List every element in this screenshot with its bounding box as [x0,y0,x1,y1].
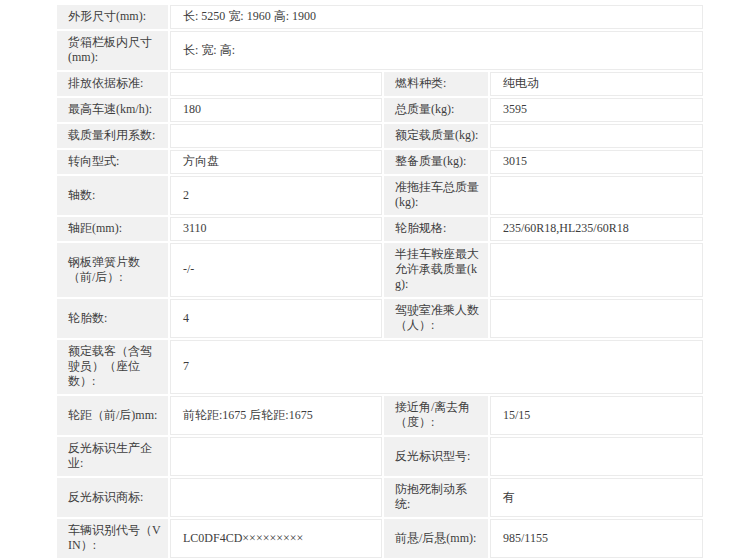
spec-value-cell: 7 [170,340,703,394]
spec-row: 反光标识商标:防抱死制动系统:有 [57,478,703,517]
spec-row: 排放依据标准:燃料种类:纯电动 [57,72,703,96]
spec-value-cell: 235/60R18,HL235/60R18 [490,217,703,241]
spec-value-cell: 985/1155 [490,519,703,558]
spec-label-cell: 货箱栏板内尺寸(mm): [57,31,168,70]
spec-value-cell [490,299,703,338]
spec-label-cell: 反光标识生产企业: [57,437,168,476]
spec-label-cell: 载质量利用系数: [57,124,168,148]
spec-label-cell: 车辆识别代号（VIN）: [57,519,168,558]
spec-label-cell: 最高车速(km/h): [57,98,168,122]
spec-label-cell: 接近角/离去角（度）: [384,396,488,435]
spec-label-cell: 排放依据标准: [57,72,168,96]
spec-label-cell: 轮胎数: [57,299,168,338]
spec-row: 轴数:2准拖挂车总质量(kg): [57,176,703,215]
spec-row: 轮距（前/后)mm:前轮距:1675 后轮距:1675接近角/离去角（度）:15… [57,396,703,435]
spec-label-cell: 外形尺寸(mm): [57,5,168,29]
spec-value-cell: 方向盘 [170,150,382,174]
spec-value-cell: 4 [170,299,382,338]
spec-label-cell: 轮距（前/后)mm: [57,396,168,435]
spec-value-cell [170,124,382,148]
spec-label-cell: 前悬/后悬(mm): [384,519,488,558]
spec-row: 载质量利用系数:额定载质量(kg): [57,124,703,148]
spec-row: 最高车速(km/h):180总质量(kg):3595 [57,98,703,122]
spec-label-cell: 半挂车鞍座最大允许承载质量(kg): [384,243,488,297]
spec-value-cell [490,124,703,148]
spec-value-cell: LC0DF4CD××××××××× [170,519,382,558]
spec-row: 反光标识生产企业:反光标识型号: [57,437,703,476]
spec-label-cell: 防抱死制动系统: [384,478,488,517]
spec-label-cell: 钢板弹簧片数（前/后）: [57,243,168,297]
spec-value-cell [170,72,382,96]
spec-label-cell: 额定载客（含驾驶员）（座位数）: [57,340,168,394]
spec-value-cell: 纯电动 [490,72,703,96]
spec-value-cell [170,478,382,517]
vehicle-spec-table: 外形尺寸(mm):长: 5250 宽: 1960 高: 1900货箱栏板内尺寸(… [55,3,705,560]
spec-label-cell: 总质量(kg): [384,98,488,122]
spec-value-cell [490,437,703,476]
spec-label-cell: 轮胎规格: [384,217,488,241]
spec-table-wrap: 外形尺寸(mm):长: 5250 宽: 1960 高: 1900货箱栏板内尺寸(… [0,0,750,560]
spec-value-cell: -/- [170,243,382,297]
spec-row: 额定载客（含驾驶员）（座位数）:7 [57,340,703,394]
spec-label-cell: 驾驶室准乘人数（人）: [384,299,488,338]
spec-value-cell [490,243,703,297]
spec-label-cell: 整备质量(kg): [384,150,488,174]
spec-table-body: 外形尺寸(mm):长: 5250 宽: 1960 高: 1900货箱栏板内尺寸(… [57,5,703,560]
spec-value-cell: 前轮距:1675 后轮距:1675 [170,396,382,435]
spec-row: 轮胎数:4驾驶室准乘人数（人）: [57,299,703,338]
spec-row: 钢板弹簧片数（前/后）:-/-半挂车鞍座最大允许承载质量(kg): [57,243,703,297]
vehicle-spec-page: 外形尺寸(mm):长: 5250 宽: 1960 高: 1900货箱栏板内尺寸(… [0,0,750,560]
spec-value-cell: 3110 [170,217,382,241]
spec-value-cell: 3015 [490,150,703,174]
spec-value-cell: 有 [490,478,703,517]
spec-value-cell: 180 [170,98,382,122]
spec-value-cell: 3595 [490,98,703,122]
spec-value-cell: 长: 5250 宽: 1960 高: 1900 [170,5,703,29]
spec-label-cell: 反光标识商标: [57,478,168,517]
spec-value-cell: 15/15 [490,396,703,435]
spec-value-cell: 2 [170,176,382,215]
spec-row: 轴距(mm):3110轮胎规格:235/60R18,HL235/60R18 [57,217,703,241]
spec-label-cell: 轴距(mm): [57,217,168,241]
spec-label-cell: 额定载质量(kg): [384,124,488,148]
spec-row: 车辆识别代号（VIN）:LC0DF4CD×××××××××前悬/后悬(mm):9… [57,519,703,558]
spec-label-cell: 燃料种类: [384,72,488,96]
spec-value-cell: 长: 宽: 高: [170,31,703,70]
spec-value-cell [170,437,382,476]
spec-label-cell: 准拖挂车总质量(kg): [384,176,488,215]
spec-row: 外形尺寸(mm):长: 5250 宽: 1960 高: 1900 [57,5,703,29]
spec-label-cell: 反光标识型号: [384,437,488,476]
spec-row: 转向型式:方向盘整备质量(kg):3015 [57,150,703,174]
spec-value-cell [490,176,703,215]
spec-label-cell: 转向型式: [57,150,168,174]
spec-row: 货箱栏板内尺寸(mm):长: 宽: 高: [57,31,703,70]
spec-label-cell: 轴数: [57,176,168,215]
